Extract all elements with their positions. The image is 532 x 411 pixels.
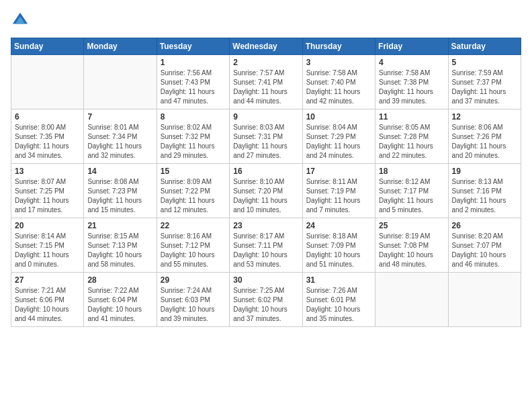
day-info: Sunrise: 7:21 AM Sunset: 6:06 PM Dayligh… <box>15 286 80 324</box>
day-number: 4 <box>379 58 444 67</box>
day-info: Sunrise: 8:14 AM Sunset: 7:15 PM Dayligh… <box>15 232 80 269</box>
day-info: Sunrise: 8:12 AM Sunset: 7:17 PM Dayligh… <box>379 177 444 215</box>
day-number: 9 <box>233 112 298 122</box>
day-number: 20 <box>15 221 80 230</box>
calendar-cell: 24Sunrise: 8:18 AM Sunset: 7:09 PM Dayli… <box>302 218 375 273</box>
day-number: 15 <box>161 167 226 176</box>
day-info: Sunrise: 8:18 AM Sunset: 7:09 PM Dayligh… <box>306 232 371 269</box>
calendar-cell: 11Sunrise: 8:05 AM Sunset: 7:28 PM Dayli… <box>375 109 448 164</box>
calendar-cell: 9Sunrise: 8:03 AM Sunset: 7:31 PM Daylig… <box>230 109 302 164</box>
calendar-cell: 8Sunrise: 8:02 AM Sunset: 7:32 PM Daylig… <box>157 109 229 164</box>
day-number: 13 <box>15 167 80 176</box>
day-number: 27 <box>15 275 80 285</box>
day-info: Sunrise: 8:17 AM Sunset: 7:11 PM Dayligh… <box>233 232 298 269</box>
day-info: Sunrise: 7:22 AM Sunset: 6:04 PM Dayligh… <box>87 286 152 324</box>
day-number: 26 <box>452 221 517 230</box>
day-info: Sunrise: 8:01 AM Sunset: 7:34 PM Dayligh… <box>87 123 152 161</box>
calendar-cell: 3Sunrise: 7:58 AM Sunset: 7:40 PM Daylig… <box>302 55 375 109</box>
day-number: 19 <box>452 167 517 176</box>
day-info: Sunrise: 7:58 AM Sunset: 7:38 PM Dayligh… <box>379 68 444 106</box>
calendar-cell: 4Sunrise: 7:58 AM Sunset: 7:38 PM Daylig… <box>375 55 448 109</box>
calendar-cell: 10Sunrise: 8:04 AM Sunset: 7:29 PM Dayli… <box>302 109 375 164</box>
calendar-week-row: 1Sunrise: 7:56 AM Sunset: 7:43 PM Daylig… <box>11 55 521 109</box>
day-number: 5 <box>452 58 517 67</box>
calendar-cell: 21Sunrise: 8:15 AM Sunset: 7:13 PM Dayli… <box>84 218 157 273</box>
calendar-week-row: 20Sunrise: 8:14 AM Sunset: 7:15 PM Dayli… <box>11 218 521 273</box>
day-number: 31 <box>306 275 371 285</box>
day-info: Sunrise: 7:56 AM Sunset: 7:43 PM Dayligh… <box>161 68 226 106</box>
day-number: 18 <box>379 167 444 176</box>
day-header-wednesday: Wednesday <box>230 38 302 55</box>
day-header-friday: Friday <box>375 38 448 55</box>
day-info: Sunrise: 7:25 AM Sunset: 6:02 PM Dayligh… <box>233 286 298 324</box>
day-number: 12 <box>452 112 517 122</box>
day-header-thursday: Thursday <box>302 38 375 55</box>
day-number: 8 <box>161 112 226 122</box>
day-number: 30 <box>233 275 298 285</box>
day-number: 22 <box>161 221 226 230</box>
calendar-cell: 26Sunrise: 8:20 AM Sunset: 7:07 PM Dayli… <box>448 218 521 273</box>
day-number: 25 <box>379 221 444 230</box>
day-info: Sunrise: 8:04 AM Sunset: 7:29 PM Dayligh… <box>306 123 371 161</box>
day-info: Sunrise: 8:06 AM Sunset: 7:26 PM Dayligh… <box>452 123 517 161</box>
day-info: Sunrise: 7:59 AM Sunset: 7:37 PM Dayligh… <box>452 68 517 106</box>
calendar-cell: 16Sunrise: 8:10 AM Sunset: 7:20 PM Dayli… <box>230 164 302 218</box>
day-number: 1 <box>161 58 226 67</box>
calendar-cell: 18Sunrise: 8:12 AM Sunset: 7:17 PM Dayli… <box>375 164 448 218</box>
day-info: Sunrise: 7:58 AM Sunset: 7:40 PM Dayligh… <box>306 68 371 106</box>
day-info: Sunrise: 8:19 AM Sunset: 7:08 PM Dayligh… <box>379 232 444 269</box>
day-info: Sunrise: 8:16 AM Sunset: 7:12 PM Dayligh… <box>161 232 226 269</box>
calendar-cell <box>11 55 84 109</box>
calendar-cell: 28Sunrise: 7:22 AM Sunset: 6:04 PM Dayli… <box>84 273 157 327</box>
calendar-cell <box>84 55 157 109</box>
day-number: 28 <box>87 275 152 285</box>
day-info: Sunrise: 8:07 AM Sunset: 7:25 PM Dayligh… <box>15 177 80 215</box>
header <box>11 11 521 30</box>
logo <box>11 11 32 30</box>
day-number: 14 <box>87 167 152 176</box>
calendar-cell: 5Sunrise: 7:59 AM Sunset: 7:37 PM Daylig… <box>448 55 521 109</box>
calendar-week-row: 13Sunrise: 8:07 AM Sunset: 7:25 PM Dayli… <box>11 164 521 218</box>
day-number: 16 <box>233 167 298 176</box>
day-number: 3 <box>306 58 371 67</box>
day-info: Sunrise: 7:24 AM Sunset: 6:03 PM Dayligh… <box>161 286 226 324</box>
day-info: Sunrise: 8:15 AM Sunset: 7:13 PM Dayligh… <box>87 232 152 269</box>
calendar-cell: 29Sunrise: 7:24 AM Sunset: 6:03 PM Dayli… <box>157 273 229 327</box>
page-container: SundayMondayTuesdayWednesdayThursdayFrid… <box>0 0 532 335</box>
calendar-cell: 13Sunrise: 8:07 AM Sunset: 7:25 PM Dayli… <box>11 164 84 218</box>
calendar-cell: 15Sunrise: 8:09 AM Sunset: 7:22 PM Dayli… <box>157 164 229 218</box>
day-number: 24 <box>306 221 371 230</box>
day-info: Sunrise: 8:11 AM Sunset: 7:19 PM Dayligh… <box>306 177 371 215</box>
day-info: Sunrise: 8:09 AM Sunset: 7:22 PM Dayligh… <box>161 177 226 215</box>
day-header-saturday: Saturday <box>448 38 521 55</box>
calendar-cell: 14Sunrise: 8:08 AM Sunset: 7:23 PM Dayli… <box>84 164 157 218</box>
calendar-week-row: 27Sunrise: 7:21 AM Sunset: 6:06 PM Dayli… <box>11 273 521 327</box>
calendar-cell <box>448 273 521 327</box>
calendar-cell: 2Sunrise: 7:57 AM Sunset: 7:41 PM Daylig… <box>230 55 302 109</box>
day-number: 23 <box>233 221 298 230</box>
day-number: 7 <box>87 112 152 122</box>
calendar-header-row: SundayMondayTuesdayWednesdayThursdayFrid… <box>11 38 521 55</box>
calendar-cell: 6Sunrise: 8:00 AM Sunset: 7:35 PM Daylig… <box>11 109 84 164</box>
day-number: 2 <box>233 58 298 67</box>
day-number: 21 <box>87 221 152 230</box>
day-number: 6 <box>15 112 80 122</box>
day-info: Sunrise: 8:05 AM Sunset: 7:28 PM Dayligh… <box>379 123 444 161</box>
calendar-cell: 17Sunrise: 8:11 AM Sunset: 7:19 PM Dayli… <box>302 164 375 218</box>
calendar-cell: 7Sunrise: 8:01 AM Sunset: 7:34 PM Daylig… <box>84 109 157 164</box>
day-number: 11 <box>379 112 444 122</box>
calendar: SundayMondayTuesdayWednesdayThursdayFrid… <box>11 38 521 327</box>
calendar-week-row: 6Sunrise: 8:00 AM Sunset: 7:35 PM Daylig… <box>11 109 521 164</box>
day-header-sunday: Sunday <box>11 38 84 55</box>
day-header-monday: Monday <box>84 38 157 55</box>
calendar-cell: 12Sunrise: 8:06 AM Sunset: 7:26 PM Dayli… <box>448 109 521 164</box>
day-info: Sunrise: 8:02 AM Sunset: 7:32 PM Dayligh… <box>161 123 226 161</box>
day-info: Sunrise: 8:03 AM Sunset: 7:31 PM Dayligh… <box>233 123 298 161</box>
calendar-cell: 20Sunrise: 8:14 AM Sunset: 7:15 PM Dayli… <box>11 218 84 273</box>
day-info: Sunrise: 8:10 AM Sunset: 7:20 PM Dayligh… <box>233 177 298 215</box>
day-number: 29 <box>161 275 226 285</box>
day-info: Sunrise: 8:00 AM Sunset: 7:35 PM Dayligh… <box>15 123 80 161</box>
day-info: Sunrise: 7:57 AM Sunset: 7:41 PM Dayligh… <box>233 68 298 106</box>
calendar-cell: 25Sunrise: 8:19 AM Sunset: 7:08 PM Dayli… <box>375 218 448 273</box>
day-info: Sunrise: 7:26 AM Sunset: 6:01 PM Dayligh… <box>306 286 371 324</box>
